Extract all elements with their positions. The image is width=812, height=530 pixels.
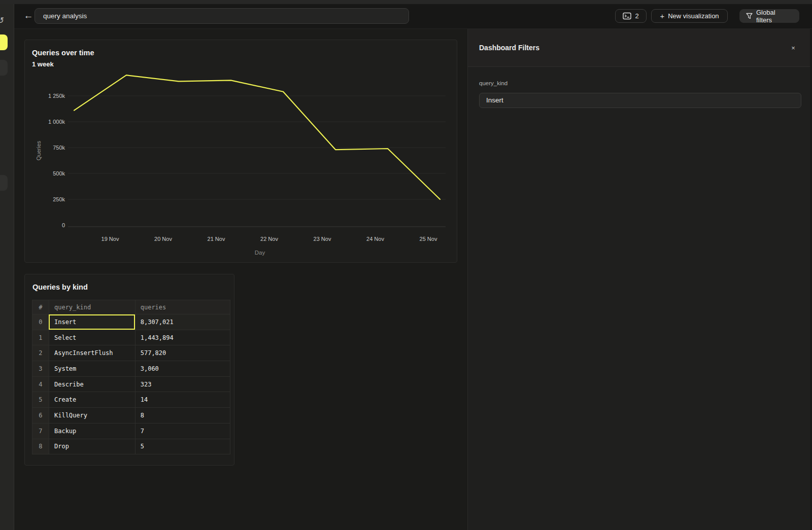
table-row: 0Insert8,307,021 — [32, 314, 230, 330]
sidebar-item-active-dashboard[interactable] — [0, 34, 8, 50]
table-title: Queries by kind — [32, 283, 88, 291]
dashboard-title-input[interactable]: query analysis — [35, 8, 409, 24]
y-tick-label: 500k — [53, 170, 65, 176]
queries-value-cell: 3,060 — [135, 361, 230, 377]
x-tick-label: 20 Nov — [154, 236, 172, 242]
queries-series-line — [74, 75, 440, 199]
row-index-cell: 7 — [32, 423, 49, 439]
table-row: 5Create14 — [32, 392, 230, 408]
query-kind-cell[interactable]: System — [49, 361, 135, 377]
x-tick-label: 21 Nov — [208, 236, 225, 242]
row-index-cell: 0 — [32, 314, 49, 330]
new-visualization-button[interactable]: + New visualization — [651, 9, 728, 23]
sidebar-item[interactable] — [0, 175, 8, 191]
queries-value-cell: 5 — [135, 439, 230, 454]
dashboard-canvas: Queries over time 1 week 0250k500k750k1 … — [14, 29, 467, 530]
row-index-cell: 8 — [32, 439, 49, 454]
y-tick-label: 250k — [53, 196, 65, 202]
column-header-query-kind: query_kind — [49, 300, 135, 314]
history-icon[interactable]: ↺ — [0, 15, 4, 26]
query-kind-cell[interactable]: Drop — [49, 439, 135, 454]
queries-value-cell: 577,820 — [135, 345, 230, 361]
close-icon[interactable]: × — [789, 44, 798, 53]
queries-value-cell: 14 — [135, 392, 230, 408]
queries-value-cell: 8,307,021 — [135, 314, 230, 330]
table-header-row: # query_kind queries — [32, 300, 230, 314]
filter-field-label: query_kind — [479, 80, 507, 86]
table-row: 4Describe323 — [32, 376, 230, 392]
visualization-count: 2 — [635, 12, 638, 20]
table-row: 7Backup7 — [32, 423, 230, 439]
sidebar: ↺ — [0, 4, 14, 530]
query-kind-cell[interactable]: Select — [49, 330, 135, 345]
column-header-index: # — [32, 300, 49, 314]
row-index-cell: 5 — [32, 392, 49, 408]
row-index-cell: 1 — [32, 330, 49, 345]
x-axis-title: Day — [255, 250, 265, 256]
filters-panel-title: Dashboard Filters — [479, 44, 539, 52]
query-kind-cell[interactable]: Create — [49, 392, 135, 408]
queries-value-cell: 1,443,894 — [135, 330, 230, 345]
query-kind-cell[interactable]: KillQuery — [49, 408, 135, 423]
x-tick-label: 22 Nov — [260, 236, 278, 242]
x-tick-label: 19 Nov — [101, 236, 119, 242]
queries-by-kind-table: # query_kind queries 0Insert8,307,0211Se… — [32, 300, 230, 454]
row-index-cell: 4 — [32, 376, 49, 392]
sidebar-item[interactable] — [0, 60, 8, 76]
query-kind-cell[interactable]: Insert — [49, 314, 135, 330]
query-kind-cell[interactable]: Backup — [49, 423, 135, 439]
x-tick-label: 25 Nov — [420, 236, 437, 242]
table-row: 6KillQuery8 — [32, 408, 230, 423]
queries-value-cell: 323 — [135, 376, 230, 392]
back-button[interactable]: ← — [21, 9, 36, 23]
sql-console-icon — [623, 12, 631, 20]
query-kind-cell[interactable]: Describe — [49, 376, 135, 392]
query-kind-filter-input[interactable]: Insert — [479, 93, 801, 108]
filter-funnel-icon — [746, 13, 753, 19]
global-filters-button[interactable]: Global filters — [739, 9, 799, 23]
y-tick-label: 750k — [53, 145, 65, 151]
topbar: ← query analysis 2 + New visualization G… — [14, 4, 812, 29]
queries-table-body: 0Insert8,307,0211Select1,443,8942AsyncIn… — [32, 314, 230, 454]
visualization-count-button[interactable]: 2 — [615, 9, 647, 23]
plus-icon: + — [660, 12, 664, 20]
panel-scroll-gutter — [810, 29, 812, 530]
queries-value-cell: 7 — [135, 423, 230, 439]
table-row: 3System3,060 — [32, 361, 230, 377]
table-row: 2AsyncInsertFlush577,820 — [32, 345, 230, 361]
y-tick-label: 0 — [62, 222, 65, 228]
column-header-queries: queries — [135, 300, 230, 314]
table-row: 1Select1,443,894 — [32, 330, 230, 345]
window-top-strip — [0, 0, 812, 4]
global-filters-label: Global filters — [756, 9, 793, 24]
queries-line-chart: 0250k500k750k1 000k1 250k19 Nov20 Nov21 … — [25, 40, 458, 263]
queries-value-cell: 8 — [135, 408, 230, 423]
y-tick-label: 1 000k — [48, 119, 65, 125]
row-index-cell: 2 — [32, 345, 49, 361]
filters-panel-header: Dashboard Filters — [468, 29, 812, 67]
row-index-cell: 3 — [32, 361, 49, 377]
x-tick-label: 24 Nov — [366, 236, 384, 242]
x-tick-label: 23 Nov — [314, 236, 331, 242]
y-axis-title: Queries — [36, 140, 42, 160]
row-index-cell: 6 — [32, 408, 49, 423]
queries-by-kind-card: Queries by kind # query_kind queries 0In… — [24, 274, 234, 466]
new-visualization-label: New visualization — [668, 12, 719, 20]
table-row: 8Drop5 — [32, 439, 230, 454]
dashboard-filters-panel: Dashboard Filters × query_kind Insert — [467, 29, 812, 530]
query-kind-cell[interactable]: AsyncInsertFlush — [49, 345, 135, 361]
queries-over-time-card: Queries over time 1 week 0250k500k750k1 … — [24, 40, 457, 263]
y-tick-label: 1 250k — [48, 93, 65, 99]
